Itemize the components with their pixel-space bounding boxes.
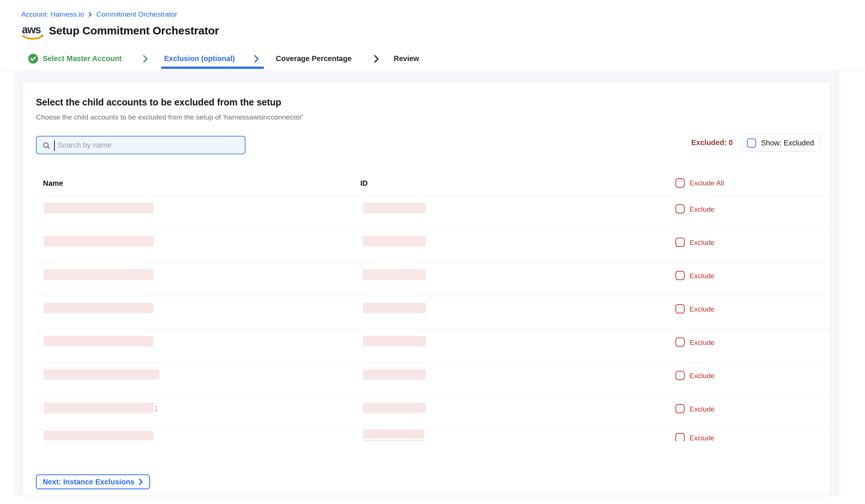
show-excluded-toggle[interactable]: Show: Excluded xyxy=(742,134,821,151)
step-exclusion[interactable]: Exclusion (optional) xyxy=(164,54,235,63)
exclude-control[interactable]: Exclude xyxy=(675,238,715,247)
account-id-cell xyxy=(363,369,426,380)
redacted-account-id xyxy=(363,303,426,313)
redacted-account-name xyxy=(44,431,153,440)
redacted-account-name xyxy=(44,269,153,280)
redacted-account-id xyxy=(363,236,426,246)
redacted-account-name xyxy=(44,336,153,346)
excluded-count-label: Excluded: 0 xyxy=(691,138,733,147)
redacted-account-id xyxy=(363,336,426,346)
exclude-checkbox[interactable] xyxy=(675,337,685,347)
redacted-account-id-secondary xyxy=(363,440,424,441)
redacted-account-id xyxy=(363,403,426,413)
account-id-cell xyxy=(363,336,426,346)
table-row: Exclude xyxy=(36,196,831,229)
table-row: ; Exclude xyxy=(36,396,831,429)
exclude-label: Exclude xyxy=(689,272,715,280)
table-row: Exclude xyxy=(36,296,831,329)
exclude-all-label: Exclude All xyxy=(689,179,724,187)
exclude-label: Exclude xyxy=(689,372,715,380)
show-excluded-checkbox[interactable] xyxy=(747,138,756,148)
account-id-cell xyxy=(363,269,426,280)
account-name-cell xyxy=(44,203,155,213)
breadcrumb-page-link[interactable]: Commitment Orchestrator xyxy=(96,10,177,19)
exclude-control[interactable]: Exclude xyxy=(675,204,715,214)
exclude-control[interactable]: Exclude xyxy=(675,271,715,280)
account-name-cell xyxy=(44,303,155,313)
exclude-checkbox[interactable] xyxy=(675,304,685,313)
table-row: Exclude xyxy=(36,229,831,263)
exclude-checkbox[interactable] xyxy=(675,371,685,380)
account-name-cell xyxy=(44,431,155,440)
account-id-cell xyxy=(363,236,426,246)
redacted-account-name xyxy=(44,303,153,313)
next-button-label: Next: Instance Exclusions xyxy=(43,478,134,486)
account-name-cell: ; xyxy=(44,403,157,413)
step-chevron-icon xyxy=(253,54,260,64)
exclude-control[interactable]: Exclude xyxy=(675,371,715,380)
breadcrumb: Account: Harness.io Commitment Orchestra… xyxy=(21,10,177,19)
table-row: Exclude xyxy=(36,429,831,441)
account-name-cell xyxy=(44,236,155,246)
exclude-all-checkbox[interactable] xyxy=(675,178,685,188)
page-title: Setup Commitment Orchestrator xyxy=(49,24,219,37)
redacted-account-id xyxy=(363,269,426,280)
account-id-cell xyxy=(363,303,426,313)
account-name-cell xyxy=(44,269,155,280)
accounts-list: Exclude Exclude Exclude xyxy=(36,196,831,441)
breadcrumb-chevron-icon xyxy=(88,11,92,17)
next-instance-exclusions-button[interactable]: Next: Instance Exclusions xyxy=(36,474,150,489)
account-id-cell xyxy=(363,430,424,441)
exclude-control[interactable]: Exclude xyxy=(675,304,715,313)
account-id-cell xyxy=(363,203,426,213)
step-chevron-icon xyxy=(373,54,380,64)
redacted-account-id xyxy=(363,430,424,439)
account-name-cell xyxy=(44,336,155,346)
exclude-label: Exclude xyxy=(689,305,715,313)
exclude-checkbox[interactable] xyxy=(675,271,685,280)
breadcrumb-account-link[interactable]: Account: Harness.io xyxy=(21,10,84,19)
exclude-checkbox[interactable] xyxy=(675,404,685,413)
svg-text:aws: aws xyxy=(22,24,41,36)
step-completed-check-icon xyxy=(28,53,39,64)
account-name-suffix: ; xyxy=(155,404,157,412)
exclude-label: Exclude xyxy=(689,434,715,441)
exclude-checkbox[interactable] xyxy=(675,204,685,214)
search-box[interactable] xyxy=(36,136,246,154)
commitment-orchestrator-page: Account: Harness.io Commitment Orchestra… xyxy=(0,0,865,504)
redacted-account-name xyxy=(44,236,154,246)
exclude-label: Exclude xyxy=(689,205,715,214)
account-name-cell xyxy=(44,369,161,380)
exclude-label: Exclude xyxy=(689,339,715,347)
redacted-account-name xyxy=(44,369,159,380)
step-review[interactable]: Review xyxy=(394,54,419,63)
table-row: Exclude xyxy=(36,363,831,396)
exclude-control[interactable]: Exclude xyxy=(675,337,715,347)
account-id-cell xyxy=(363,403,426,413)
card-heading: Select the child accounts to be excluded… xyxy=(36,97,281,108)
table-row: Exclude xyxy=(36,263,831,296)
table-row: Exclude xyxy=(36,329,831,363)
card-subheading: Choose the child accounts to be excluded… xyxy=(36,113,303,121)
exclude-label: Exclude xyxy=(689,239,715,247)
redacted-account-id xyxy=(363,369,426,380)
exclude-control[interactable]: Exclude xyxy=(675,433,715,441)
exclude-control[interactable]: Exclude xyxy=(675,404,715,413)
exclude-all-control[interactable]: Exclude All xyxy=(675,178,724,188)
exclude-checkbox[interactable] xyxy=(675,238,685,247)
redacted-account-name xyxy=(44,203,153,213)
column-header-id: ID xyxy=(360,179,368,188)
column-header-name: Name xyxy=(43,179,63,188)
step-chevron-icon xyxy=(142,54,148,64)
step-coverage-percentage[interactable]: Coverage Percentage xyxy=(276,54,352,63)
search-input[interactable] xyxy=(37,137,245,154)
redacted-account-id xyxy=(363,203,426,213)
redacted-account-name xyxy=(44,403,154,413)
aws-logo-icon: aws xyxy=(21,23,45,41)
content-section: Select the child accounts to be excluded… xyxy=(14,71,840,496)
exclude-checkbox[interactable] xyxy=(675,433,685,441)
step-select-master-account[interactable]: Select Master Account xyxy=(43,54,122,63)
show-excluded-label: Show: Excluded xyxy=(761,139,814,147)
setup-card: Select the child accounts to be excluded… xyxy=(22,81,831,496)
exclude-label: Exclude xyxy=(689,405,715,413)
